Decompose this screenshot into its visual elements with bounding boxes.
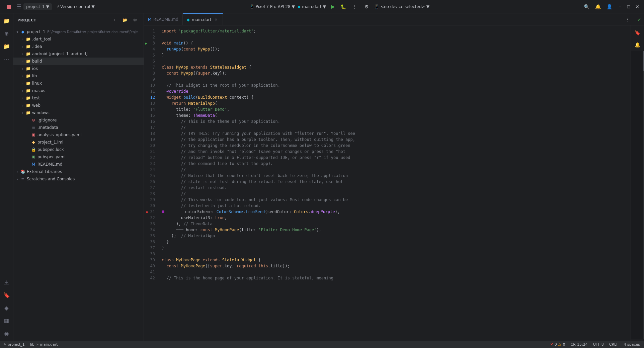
tree-item-metadata[interactable]: › ≡ .metadata [13, 124, 144, 131]
tab-maindart[interactable]: ◆ main.dart ✕ [183, 13, 223, 25]
maximize-button[interactable]: □ [625, 3, 633, 11]
status-line-endings[interactable]: CRLF [608, 341, 620, 348]
code-line-25: // Notice that the counter didn't reset … [162, 173, 631, 179]
tree-item-build[interactable]: › 📁 build [13, 58, 144, 65]
status-indentation[interactable]: 4 spaces [623, 341, 642, 348]
tree-arrow-build: › [20, 59, 25, 64]
dart-tools-icon[interactable]: ◆ [1, 302, 13, 314]
code-line-39: class MyHomePage extends StatefulWidget … [162, 257, 631, 263]
bookmarks-icon[interactable]: 🔖 [1, 289, 13, 301]
commit-icon[interactable]: ⊕ [1, 27, 13, 39]
code-line-37: } [162, 245, 631, 251]
tree-item-gitignore[interactable]: › ⊘ .gitignore [13, 116, 144, 124]
line-2: 2 [144, 34, 159, 40]
status-errors[interactable]: ✕ 0 ⚠ 0 [549, 341, 567, 348]
status-breadcrumb[interactable]: lib > main.dart [29, 341, 59, 348]
tree-item-scratches[interactable]: › ≡ Scratches and Consoles [13, 175, 144, 183]
main-layout: 📁 ⊕ 📁 ⋯ ⚠ 🔖 ◆ ▦ ◉ Project + 📂 ⚙ ▾ ◆ [0, 13, 644, 341]
tree-item-android[interactable]: › 📁 android [project_1_android] [13, 50, 144, 58]
line-36: 36 [144, 239, 159, 245]
minimize-button[interactable]: − [616, 3, 624, 11]
tab-more-button[interactable]: ⋮ [623, 15, 632, 24]
bookmarks-right-icon[interactable]: 🔖 [632, 27, 644, 39]
code-line-27: // restart instead. [162, 185, 631, 191]
tree-item-readme[interactable]: › M README.md [13, 161, 144, 168]
phone-icon: 📱 [250, 4, 254, 9]
line-35: 35 [144, 233, 159, 239]
ellipsis-icon[interactable]: ⋯ [1, 53, 13, 65]
line-40: 40 [144, 263, 159, 269]
right-panel: 🔖 🔔 [631, 25, 644, 341]
tree-item-iml[interactable]: › ◆ project_1.iml [13, 139, 144, 146]
tree-label-root: project_1 [27, 29, 45, 34]
tree-label-windows: windows [32, 110, 50, 115]
tree-item-pubspec-lock[interactable]: › 🔒 pubspec.lock [13, 146, 144, 153]
tree-item-external-libs[interactable]: › 📚 External Libraries [13, 168, 144, 175]
activity-bar: 📁 ⊕ 📁 ⋯ ⚠ 🔖 ◆ ▦ ◉ [0, 13, 13, 341]
tree-label-gitignore: .gitignore [37, 118, 57, 122]
tab-readme-label: README.md [153, 17, 178, 22]
line-38: 38 [144, 251, 159, 257]
code-line-3: void main() { [162, 40, 631, 46]
line-3: 3 [144, 40, 159, 46]
terminal-icon[interactable]: ▦ [1, 315, 13, 327]
tree-item-test[interactable]: › 📁 test [13, 94, 144, 102]
scrollbar[interactable] [643, 51, 644, 339]
tree-arrow-ios: › [20, 66, 25, 71]
file-explorer-icon[interactable]: 📁 [1, 15, 13, 27]
tree-item-root[interactable]: ▾ ◆ project_1 E:\Program Data\flutter pr… [13, 28, 144, 35]
problems-icon[interactable]: ⚠ [1, 276, 13, 288]
notifications-right-icon[interactable]: 🔔 [632, 39, 644, 51]
git-log-icon[interactable]: ◉ [1, 327, 13, 339]
no-device-selector[interactable]: 📱 <no device selected> ▼ [374, 4, 429, 9]
notifications-button[interactable]: 🔔 [593, 2, 602, 11]
tree-item-macos[interactable]: › 📁 macos [13, 87, 144, 94]
tree-item-dart-tool[interactable]: › 📁 .dart_tool [13, 35, 144, 43]
no-device-dropdown: ▼ [426, 4, 429, 9]
line-4: 4 [144, 46, 159, 52]
new-folder-button[interactable]: 📂 [120, 15, 130, 25]
device-api-selector[interactable]: 📱 Pixel 7 Pro API 28 ▼ [250, 4, 295, 9]
close-button[interactable]: ✕ [633, 3, 641, 11]
account-button[interactable]: 👤 [605, 2, 614, 11]
tree-item-windows[interactable]: › 📁 windows [13, 109, 144, 116]
code-area[interactable]: import 'package:flutter/material.dart'; … [159, 25, 631, 341]
tree-item-pubspec-yaml[interactable]: › ▣ pubspec.yaml [13, 153, 144, 161]
tab-maindart-close[interactable]: ✕ [213, 17, 219, 22]
folder-icon-linux: 📁 [25, 81, 31, 86]
debug-button[interactable]: 🐛 [339, 3, 347, 11]
tree-item-ios[interactable]: › 📁 ios [13, 65, 144, 72]
folder-icon-test: 📁 [25, 95, 31, 101]
cursor-label: CR [571, 342, 576, 347]
tree-item-analysis[interactable]: › ▣ analysis_options.yaml [13, 131, 144, 139]
code-line-6 [162, 58, 631, 64]
status-encoding[interactable]: UTF-8 [592, 341, 605, 348]
tree-item-linux[interactable]: › 📁 linux [13, 80, 144, 87]
settings-button[interactable]: ⚙ [362, 2, 372, 11]
more-actions-button[interactable]: ⋮ [350, 2, 359, 11]
new-file-button[interactable]: + [110, 15, 119, 25]
tree-arrow-test: › [20, 95, 25, 101]
run-file-selector[interactable]: ◆ main.dart ▼ [298, 4, 326, 9]
run-button[interactable]: ▶ [329, 3, 337, 11]
warning-icon: ⚠ [558, 342, 562, 347]
tree-item-lib[interactable]: › 📁 lib [13, 72, 144, 80]
version-control-btn[interactable]: ⑂ Version control ▼ [54, 3, 97, 10]
code-line-7: class MyApp extends StatelessWidget { [162, 64, 631, 70]
tree-item-idea[interactable]: › 📁 .idea [13, 43, 144, 50]
hamburger-icon[interactable]: ☰ [17, 3, 21, 10]
tree-arrow-macos: › [20, 88, 25, 93]
tree-item-web[interactable]: › 📁 web [13, 102, 144, 109]
status-cursor[interactable]: CR 15:24 [569, 341, 589, 348]
project-selector[interactable]: project_1 ▼ [23, 3, 52, 10]
folder-icon-web: 📁 [25, 103, 31, 108]
status-branch[interactable]: ⑂ project_1 [3, 341, 26, 348]
scrollbar-thumb[interactable] [643, 51, 644, 71]
code-line-15: theme: ThemeData( [162, 112, 631, 118]
app-menu-icon[interactable]: ■ [3, 1, 15, 13]
search-button[interactable]: 🔍 [582, 2, 591, 11]
line-39: 39 [144, 257, 159, 263]
tab-readme[interactable]: M README.md [144, 13, 183, 25]
project-icon[interactable]: 📁 [1, 40, 13, 52]
settings-gear-icon[interactable]: ⚙ [130, 15, 140, 25]
